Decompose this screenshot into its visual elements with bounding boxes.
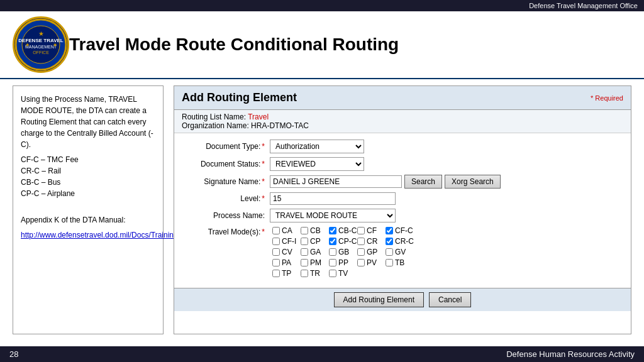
checkbox-item-tb: TB: [386, 258, 414, 267]
form-header: Add Routing Element * Required: [174, 86, 631, 110]
checkbox-tp[interactable]: [272, 270, 280, 277]
checkbox-pa[interactable]: [272, 259, 280, 266]
checkbox-item-gb: GB: [329, 248, 357, 256]
checkbox-label-cp: CP: [310, 237, 321, 246]
callout-paragraph1: Using the Process Name, TRAVEL MODE ROUT…: [21, 94, 155, 150]
page-number: 28: [9, 349, 18, 359]
routing-list-label: Routing List Name:: [182, 112, 246, 121]
checkbox-label-ga: GA: [310, 248, 321, 256]
doc-type-select[interactable]: Authorization Voucher Local Voucher: [270, 140, 364, 153]
process-name-label: Process Name:: [182, 211, 270, 220]
callout-paragraph2: CF-C – TMC FeeCR-C – RailCB-C – BusCP-C …: [21, 154, 155, 199]
checkbox-item-cr: CR: [357, 237, 386, 246]
checkbox-cfi[interactable]: [272, 238, 280, 245]
checkbox-crc[interactable]: [386, 238, 393, 245]
logo: DEFENSE TRAVEL MANAGEMENT OFFICE ★ ★ ★: [13, 16, 69, 73]
checkbox-item-cp: CP: [301, 237, 329, 246]
doc-status-select[interactable]: REVIEWED PENDING: [270, 157, 364, 171]
checkbox-item-cf: CF: [357, 226, 386, 235]
checkbox-cp[interactable]: [301, 238, 308, 245]
checkbox-label-crc: CR-C: [395, 237, 414, 246]
checkbox-pm[interactable]: [301, 259, 308, 266]
travel-modes-label: Travel Mode(s):*: [182, 226, 270, 236]
checkbox-item-ca: CA: [272, 226, 301, 235]
checkbox-cfc[interactable]: [386, 227, 393, 234]
checkbox-label-cf: CF: [367, 226, 377, 235]
required-label: * Required: [591, 94, 623, 102]
doc-status-label: Document Status:*: [182, 160, 270, 168]
checkbox-ga[interactable]: [301, 248, 308, 256]
checkbox-label-pv: PV: [367, 258, 377, 267]
form-panel: Add Routing Element * Required Routing L…: [174, 85, 631, 334]
sig-name-input[interactable]: [270, 175, 402, 188]
checkbox-tr[interactable]: [301, 270, 308, 277]
checkbox-ca[interactable]: [272, 227, 280, 234]
svg-text:★: ★: [38, 30, 44, 37]
checkbox-tb[interactable]: [386, 259, 393, 266]
checkbox-item-pm: PM: [301, 258, 329, 267]
svg-text:★: ★: [25, 42, 30, 48]
checkbox-item-tp: TP: [272, 269, 301, 278]
checkbox-item-gv: GV: [386, 248, 414, 256]
checkbox-pv[interactable]: [357, 259, 365, 266]
process-name-select[interactable]: TRAVEL MODE ROUTE: [270, 209, 396, 222]
xorg-search-button[interactable]: Xorg Search: [445, 175, 501, 189]
bottom-bar-title: Defense Human Resources Activity: [506, 349, 635, 359]
checkbox-label-ca: CA: [282, 226, 292, 235]
checkbox-item-pa: PA: [272, 258, 301, 267]
checkbox-label-cbc: CB-C: [338, 226, 357, 235]
callout-box: Using the Process Name, TRAVEL MODE ROUT…: [13, 85, 164, 334]
checkbox-cbc[interactable]: [329, 227, 336, 234]
checkbox-gp[interactable]: [357, 248, 365, 256]
checkbox-cf[interactable]: [357, 227, 365, 234]
process-name-row: Process Name: TRAVEL MODE ROUTE: [182, 209, 623, 222]
level-row: Level:*: [182, 192, 623, 205]
checkbox-item-pv: PV: [357, 258, 386, 267]
checkbox-item-cbc: CB-C: [329, 226, 357, 235]
form-footer: Add Routing Element Cancel: [174, 288, 631, 311]
checkbox-cpc[interactable]: [329, 238, 336, 245]
form-meta: Routing List Name: Travel Organization N…: [174, 110, 631, 133]
checkbox-item-tr: TR: [301, 269, 329, 278]
checkbox-label-tr: TR: [310, 269, 320, 278]
cancel-button[interactable]: Cancel: [429, 292, 471, 307]
search-button[interactable]: Search: [404, 175, 442, 189]
sig-name-label: Signature Name:*: [182, 177, 270, 186]
form-body: Document Type:* Authorization Voucher Lo…: [174, 133, 631, 288]
org-name-value: HRA-DTMO-TAC: [251, 121, 309, 130]
checkbox-grid: CACBCB-CCFCF-CCF-ICPCP-CCRCR-CCVGAGBGPGV…: [272, 226, 414, 278]
doc-status-row: Document Status:* REVIEWED PENDING: [182, 157, 623, 171]
checkbox-label-cv: CV: [282, 248, 292, 256]
doc-type-label: Document Type:*: [182, 142, 270, 151]
checkbox-label-pm: PM: [310, 258, 321, 267]
checkbox-label-tb: TB: [395, 258, 404, 267]
level-input[interactable]: [270, 192, 396, 205]
doc-type-row: Document Type:* Authorization Voucher Lo…: [182, 140, 623, 153]
checkbox-label-pp: PP: [338, 258, 348, 267]
checkbox-label-cpc: CP-C: [338, 237, 357, 246]
checkbox-cv[interactable]: [272, 248, 280, 256]
checkbox-label-tv: TV: [338, 269, 348, 278]
top-bar-title: Defense Travel Management Office: [529, 2, 638, 9]
header: DEFENSE TRAVEL MANAGEMENT OFFICE ★ ★ ★ T…: [0, 11, 644, 79]
add-routing-element-button[interactable]: Add Routing Element: [334, 292, 424, 307]
checkbox-item-cv: CV: [272, 248, 301, 256]
checkbox-label-cr: CR: [367, 237, 377, 246]
checkbox-tv[interactable]: [329, 270, 336, 277]
checkbox-label-cfc: CF-C: [395, 226, 413, 235]
checkbox-gb[interactable]: [329, 248, 336, 256]
checkbox-cr[interactable]: [357, 238, 365, 245]
checkbox-label-gv: GV: [395, 248, 406, 256]
checkbox-item-ga: GA: [301, 248, 329, 256]
main-content: Using the Process Name, TRAVEL MODE ROUT…: [0, 79, 644, 341]
callout-appendix-label: Appendix K of the DTA Manual:: [21, 214, 155, 226]
form-title: Add Routing Element: [182, 91, 297, 104]
checkbox-pp[interactable]: [329, 259, 336, 266]
checkbox-item-cfi: CF-I: [272, 237, 301, 246]
bottom-bar: 28 Defense Human Resources Activity: [0, 346, 644, 362]
checkbox-label-tp: TP: [282, 269, 291, 278]
checkbox-item-cpc: CP-C: [329, 237, 357, 246]
checkbox-label-cfi: CF-I: [282, 237, 296, 246]
checkbox-gv[interactable]: [386, 248, 393, 256]
checkbox-cb[interactable]: [301, 227, 308, 234]
